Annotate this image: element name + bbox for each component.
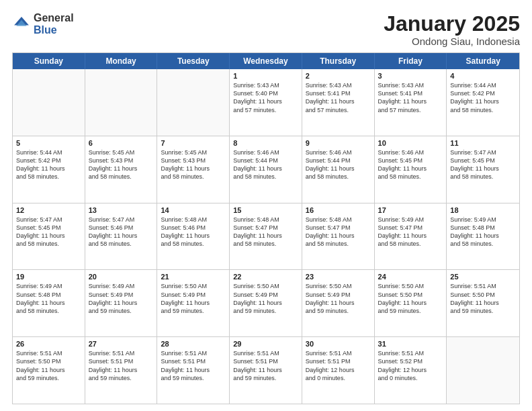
header-cell-thursday: Thursday xyxy=(302,53,375,69)
title-block: January 2025 Ondong Siau, Indonesia xyxy=(384,12,520,47)
calendar-cell: 12Sunrise: 5:47 AMSunset: 5:45 PMDayligh… xyxy=(13,203,85,270)
cell-line: Sunrise: 5:47 AM xyxy=(89,216,154,224)
cell-line: Sunset: 5:51 PM xyxy=(89,357,154,365)
cell-line: Daylight: 11 hours xyxy=(161,232,226,240)
cell-line: Sunset: 5:50 PM xyxy=(16,357,81,365)
calendar-cell xyxy=(157,69,230,136)
cell-line: Daylight: 11 hours xyxy=(161,366,226,374)
cell-line: Sunrise: 5:51 AM xyxy=(306,349,371,357)
cell-line: Sunrise: 5:51 AM xyxy=(89,349,154,357)
cell-line: and 58 minutes. xyxy=(89,173,154,181)
cell-line: Daylight: 11 hours xyxy=(233,299,298,307)
cell-line: Sunrise: 5:48 AM xyxy=(161,216,226,224)
cell-line: Sunrise: 5:46 AM xyxy=(233,148,298,156)
calendar-title: January 2025 xyxy=(384,12,520,36)
day-number: 15 xyxy=(233,206,298,214)
calendar-cell: 27Sunrise: 5:51 AMSunset: 5:51 PMDayligh… xyxy=(85,337,158,404)
calendar-row-3: 19Sunrise: 5:49 AMSunset: 5:48 PMDayligh… xyxy=(13,269,519,336)
calendar-cell: 15Sunrise: 5:48 AMSunset: 5:47 PMDayligh… xyxy=(230,203,302,270)
calendar-cell: 31Sunrise: 5:51 AMSunset: 5:52 PMDayligh… xyxy=(375,337,447,404)
cell-line: and 58 minutes. xyxy=(378,173,443,181)
header-cell-wednesday: Wednesday xyxy=(230,53,302,69)
day-number: 6 xyxy=(89,139,154,147)
cell-line: Daylight: 11 hours xyxy=(378,165,443,173)
cell-line: Sunrise: 5:50 AM xyxy=(161,282,226,290)
cell-line: Sunrise: 5:46 AM xyxy=(306,148,371,156)
cell-line: Sunrise: 5:45 AM xyxy=(161,148,226,156)
cell-line: and 58 minutes. xyxy=(450,173,516,181)
cell-line: Sunset: 5:46 PM xyxy=(161,224,226,232)
calendar-cell: 18Sunrise: 5:49 AMSunset: 5:48 PMDayligh… xyxy=(447,203,519,270)
cell-line: Daylight: 11 hours xyxy=(89,366,154,374)
header-cell-tuesday: Tuesday xyxy=(157,53,230,69)
cell-line: Sunset: 5:43 PM xyxy=(89,156,154,165)
cell-line: Sunset: 5:49 PM xyxy=(161,291,226,299)
cell-line: and 57 minutes. xyxy=(378,106,443,114)
cell-line: Sunset: 5:48 PM xyxy=(16,291,81,299)
logo-general: General xyxy=(34,12,74,24)
cell-line: Sunset: 5:49 PM xyxy=(233,291,298,299)
header: General Blue January 2025 Ondong Siau, I… xyxy=(12,12,520,47)
cell-line: Sunrise: 5:51 AM xyxy=(450,282,516,290)
cell-line: Sunrise: 5:43 AM xyxy=(378,81,443,89)
calendar-cell: 4Sunrise: 5:44 AMSunset: 5:42 PMDaylight… xyxy=(447,69,519,136)
logo-icon xyxy=(12,15,31,34)
cell-line: Sunset: 5:42 PM xyxy=(16,156,81,165)
calendar-header: SundayMondayTuesdayWednesdayThursdayFrid… xyxy=(13,53,519,69)
cell-line: Sunrise: 5:48 AM xyxy=(233,216,298,224)
day-number: 29 xyxy=(233,340,298,348)
calendar-cell: 19Sunrise: 5:49 AMSunset: 5:48 PMDayligh… xyxy=(13,270,85,336)
logo-text: General Blue xyxy=(34,12,74,36)
cell-line: Daylight: 11 hours xyxy=(89,232,154,240)
cell-line: Sunrise: 5:45 AM xyxy=(89,148,154,156)
calendar-cell: 8Sunrise: 5:46 AMSunset: 5:44 PMDaylight… xyxy=(230,136,302,203)
cell-line: Sunrise: 5:51 AM xyxy=(233,349,298,357)
cell-line: and 58 minutes. xyxy=(16,173,81,181)
cell-line: Daylight: 11 hours xyxy=(450,232,516,240)
cell-line: Sunrise: 5:51 AM xyxy=(16,349,81,357)
cell-line: Sunset: 5:47 PM xyxy=(306,224,371,232)
calendar-subtitle: Ondong Siau, Indonesia xyxy=(384,36,520,47)
cell-line: Sunset: 5:41 PM xyxy=(306,89,371,97)
calendar-cell: 9Sunrise: 5:46 AMSunset: 5:44 PMDaylight… xyxy=(302,136,375,203)
cell-line: and 59 minutes. xyxy=(16,374,81,382)
cell-line: Daylight: 11 hours xyxy=(16,366,81,374)
cell-line: Daylight: 11 hours xyxy=(89,299,154,307)
cell-line: Sunset: 5:45 PM xyxy=(16,224,81,232)
day-number: 21 xyxy=(161,273,226,281)
calendar-cell: 3Sunrise: 5:43 AMSunset: 5:41 PMDaylight… xyxy=(375,69,447,136)
cell-line: Sunrise: 5:49 AM xyxy=(378,216,443,224)
calendar-cell: 20Sunrise: 5:49 AMSunset: 5:49 PMDayligh… xyxy=(85,270,158,336)
cell-line: Sunrise: 5:51 AM xyxy=(161,349,226,357)
cell-line: Sunset: 5:47 PM xyxy=(233,224,298,232)
calendar-cell: 7Sunrise: 5:45 AMSunset: 5:43 PMDaylight… xyxy=(157,136,230,203)
day-number: 8 xyxy=(233,139,298,147)
cell-line: Daylight: 11 hours xyxy=(89,165,154,173)
day-number: 26 xyxy=(16,340,81,348)
calendar-cell: 11Sunrise: 5:47 AMSunset: 5:45 PMDayligh… xyxy=(447,136,519,203)
cell-line: Sunrise: 5:50 AM xyxy=(306,282,371,290)
header-cell-sunday: Sunday xyxy=(13,53,85,69)
calendar-row-0: 1Sunrise: 5:43 AMSunset: 5:40 PMDaylight… xyxy=(13,69,519,136)
cell-line: Daylight: 11 hours xyxy=(233,366,298,374)
cell-line: and 58 minutes. xyxy=(233,173,298,181)
calendar-cell: 13Sunrise: 5:47 AMSunset: 5:46 PMDayligh… xyxy=(85,203,158,270)
day-number: 31 xyxy=(378,340,443,348)
cell-line: Daylight: 11 hours xyxy=(306,97,371,105)
day-number: 13 xyxy=(89,206,154,214)
calendar-cell: 23Sunrise: 5:50 AMSunset: 5:49 PMDayligh… xyxy=(302,270,375,336)
cell-line: Sunrise: 5:44 AM xyxy=(16,148,81,156)
cell-line: Sunrise: 5:49 AM xyxy=(450,216,516,224)
day-number: 22 xyxy=(233,273,298,281)
cell-line: Sunset: 5:43 PM xyxy=(161,156,226,165)
cell-line: Sunset: 5:41 PM xyxy=(378,89,443,97)
day-number: 17 xyxy=(378,206,443,214)
day-number: 5 xyxy=(16,139,81,147)
calendar-cell: 25Sunrise: 5:51 AMSunset: 5:50 PMDayligh… xyxy=(447,270,519,336)
header-cell-friday: Friday xyxy=(375,53,447,69)
day-number: 18 xyxy=(450,206,516,214)
logo-blue: Blue xyxy=(34,24,74,36)
cell-line: Sunrise: 5:46 AM xyxy=(378,148,443,156)
cell-line: and 58 minutes. xyxy=(378,240,443,248)
cell-line: Sunset: 5:49 PM xyxy=(89,291,154,299)
